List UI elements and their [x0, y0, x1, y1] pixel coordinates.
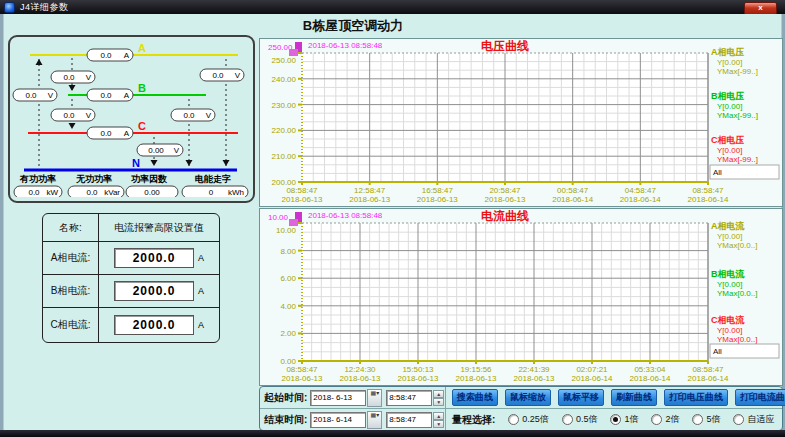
legend-y-value: Y[0.00] — [717, 232, 742, 241]
legend-ymax-value: YMax[-99..] — [717, 111, 758, 120]
radio-icon[interactable] — [610, 414, 621, 425]
legend-ymax-value: YMax[0.0..] — [717, 241, 757, 250]
svg-text:V: V — [86, 111, 92, 120]
search-curve-button[interactable]: 搜索曲线 — [452, 389, 498, 406]
power-label: 无功功率 — [75, 174, 112, 184]
window-bottom-border — [0, 430, 785, 437]
a-phase-limit-input[interactable]: 2000.0 — [114, 248, 194, 268]
svg-text:V: V — [206, 111, 212, 120]
start-date-input[interactable]: 2018- 6-13 — [310, 390, 366, 406]
range-option-label: 5倍 — [706, 413, 720, 426]
x-tick-time: 08:58:47 — [286, 186, 318, 195]
svg-text:0.0: 0.0 — [28, 188, 40, 197]
circuit-diagram: ABCN0.0A0.0A0.0A0.0V0.0V0.0V0.00V0.0V0.0… — [10, 37, 249, 197]
end-time-label: 结束时间: — [264, 413, 307, 427]
x-tick-time: 15:50:13 — [402, 365, 434, 374]
end-time-input[interactable]: 8:58:47 — [386, 412, 432, 428]
x-tick-time: 08:58:47 — [692, 186, 724, 195]
start-time-spinner[interactable]: ▲▼ — [433, 390, 444, 406]
circuit-diagram-panel: ABCN0.0A0.0A0.0A0.0V0.0V0.0V0.00V0.0V0.0… — [8, 35, 255, 203]
current-chart[interactable]: 10.008.006.004.002.000.0008:58:472018-06… — [260, 209, 780, 383]
svg-text:0.00: 0.00 — [148, 146, 164, 155]
range-options: 0.25倍0.5倍1倍2倍5倍自适应 — [508, 413, 774, 426]
voltage-chart[interactable]: 250.00240.00230.00220.00210.00200.0008:5… — [260, 39, 780, 204]
power-label: 功率因数 — [131, 174, 168, 184]
cursor-marker-icon — [289, 49, 298, 56]
end-time-spinner[interactable]: ▲▼ — [433, 412, 444, 428]
c-phase-limit-input[interactable]: 2000.0 — [114, 315, 194, 335]
range-option-2倍[interactable]: 2倍 — [651, 413, 679, 426]
legend-series-name: B相电压 — [711, 91, 745, 101]
legend-ymax-value: YMax[-99..] — [717, 67, 758, 76]
window-title: J4详细参数 — [20, 1, 69, 14]
x-tick-date: 2018-06-14 — [620, 195, 661, 204]
y-tick-label: 220.00 — [272, 126, 297, 135]
svg-text:0.0: 0.0 — [63, 111, 75, 120]
print-current-curve-button[interactable]: 打印电流曲线 — [735, 389, 785, 406]
radio-icon[interactable] — [692, 414, 703, 425]
svg-text:0.0: 0.0 — [25, 91, 37, 100]
start-date-dropdown-icon[interactable]: ▦▾ — [367, 389, 382, 407]
x-tick-date: 2018-06-13 — [485, 195, 526, 204]
mouse-zoom-button[interactable]: 鼠标缩放 — [505, 389, 551, 406]
row-label-c-phase: C相电流: — [43, 308, 99, 342]
row-label-a-phase: A相电流: — [43, 242, 99, 275]
y-tick-label: 8.00 — [280, 247, 296, 256]
start-time-input[interactable]: 8:58:47 — [386, 390, 432, 406]
spinner-up-icon[interactable]: ▲ — [433, 390, 444, 398]
table-header-value: 电流报警高限设置值 — [99, 214, 219, 242]
window-titlebar: J4详细参数 x — [0, 0, 785, 14]
legend-ymax-value: YMax[0.0..] — [717, 289, 757, 298]
mouse-pan-button[interactable]: 鼠标平移 — [558, 389, 604, 406]
range-option-自适应[interactable]: 自适应 — [733, 413, 774, 426]
x-tick-date: 2018-06-13 — [398, 374, 439, 383]
range-option-label: 0.25倍 — [522, 413, 549, 426]
end-date-dropdown-icon[interactable]: ▦▾ — [367, 411, 382, 429]
end-date-input[interactable]: 2018- 6-14 — [310, 412, 366, 428]
page-title: B栋屋顶空调动力 — [303, 17, 403, 35]
range-option-1倍[interactable]: 1倍 — [610, 413, 638, 426]
legend-series-name: A相电压 — [711, 47, 745, 57]
cursor-value: 10.00 — [268, 213, 289, 222]
x-tick-time: 16:58:47 — [422, 186, 454, 195]
spinner-up-icon[interactable]: ▲ — [433, 412, 444, 420]
radio-icon[interactable] — [508, 414, 519, 425]
range-option-0.25倍[interactable]: 0.25倍 — [508, 413, 549, 426]
x-tick-time: 04:58:47 — [625, 186, 657, 195]
chart-title: 电流曲线 — [481, 209, 529, 223]
radio-icon[interactable] — [733, 414, 744, 425]
legend-all-label: All — [713, 168, 722, 177]
radio-icon[interactable] — [562, 414, 573, 425]
x-tick-date: 2018-06-13 — [282, 374, 323, 383]
legend-y-value: Y[0.00] — [717, 58, 742, 67]
table-row: 2000.0 A — [99, 242, 219, 275]
legend-series-name: C相电压 — [711, 135, 745, 145]
phase-label-b: B — [138, 82, 146, 94]
current-alarm-settings-table: 名称: 电流报警高限设置值 A相电流: 2000.0 A B相电流: 2000.… — [42, 213, 220, 343]
x-tick-time: 22:41:39 — [518, 365, 550, 374]
range-option-label: 1倍 — [624, 413, 638, 426]
svg-text:0.0: 0.0 — [100, 51, 112, 60]
x-tick-time: 08:58:47 — [286, 365, 318, 374]
print-voltage-curve-button[interactable]: 打印电压曲线 — [664, 389, 728, 406]
spinner-down-icon[interactable]: ▼ — [433, 398, 444, 406]
spinner-down-icon[interactable]: ▼ — [433, 420, 444, 428]
y-tick-label: 250.00 — [272, 56, 297, 65]
y-tick-label: 2.00 — [280, 329, 296, 338]
cursor-timestamp: 2018-06-13 08:58:48 — [308, 41, 383, 50]
legend-series-name: A相电流 — [711, 221, 745, 231]
range-option-0.5倍[interactable]: 0.5倍 — [562, 413, 598, 426]
radio-icon[interactable] — [651, 414, 662, 425]
legend-series-name: C相电流 — [711, 315, 745, 325]
legend-y-value: Y[0.00] — [717, 280, 742, 289]
range-option-5倍[interactable]: 5倍 — [692, 413, 720, 426]
arrowhead-icon — [69, 85, 76, 91]
y-tick-label: 6.00 — [280, 274, 296, 283]
range-option-label: 自适应 — [747, 413, 774, 426]
svg-text:0.0: 0.0 — [86, 188, 98, 197]
refresh-curve-button[interactable]: 刷新曲线 — [611, 389, 657, 406]
power-label: 电能走字 — [195, 174, 231, 184]
curve-buttons-row: 搜索曲线 鼠标缩放 鼠标平移 刷新曲线 打印电压曲线 打印电流曲线 — [452, 389, 785, 406]
svg-text:0.0: 0.0 — [183, 111, 195, 120]
b-phase-limit-input[interactable]: 2000.0 — [114, 281, 194, 301]
